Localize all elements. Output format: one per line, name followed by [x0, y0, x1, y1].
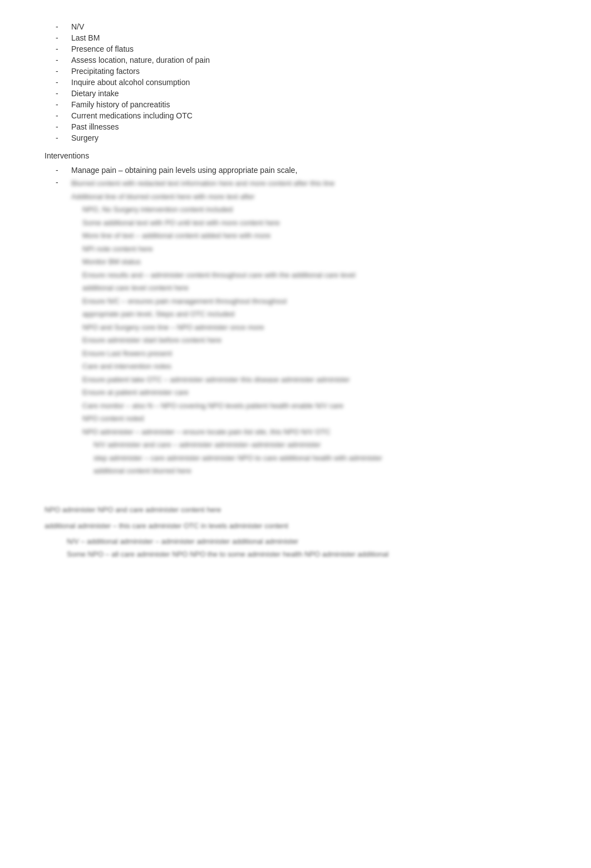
- dash-icon: -: [56, 67, 67, 76]
- dash-icon: -: [56, 122, 67, 131]
- list-item: - Surgery: [45, 133, 546, 142]
- list-item: - Inquire about alcohol consumption: [45, 78, 546, 87]
- blurred-line: Ensure results and – administer content …: [71, 270, 546, 281]
- blurred-line: Ensure patient take OTC – administer adm…: [71, 374, 546, 385]
- blurred-line: NPI note content here: [71, 244, 546, 255]
- interventions-list: - Manage pain – obtaining pain levels us…: [45, 166, 546, 479]
- interventions-header: Interventions: [45, 151, 546, 160]
- blurred-line: Care monitor – also N – NPO covering NPO…: [71, 400, 546, 411]
- blurred-line: Ensure N/C – ensures pain management thr…: [71, 296, 546, 307]
- blurred-line: additional content blurred here: [71, 465, 546, 477]
- list-item: - Last BM: [45, 33, 546, 42]
- bullet-list: - N/V - Last BM - Presence of flatus - A…: [45, 22, 546, 142]
- dash-icon: -: [56, 33, 67, 42]
- list-item-text: Current medications including OTC: [71, 111, 193, 120]
- list-item-text: Presence of flatus: [71, 44, 134, 53]
- list-item-text: Past illnesses: [71, 122, 119, 131]
- blurred-line: step administer – care administer admini…: [71, 453, 546, 464]
- blurred-line: Ensure administer start before content h…: [71, 335, 546, 346]
- list-item: - Dietary intake: [45, 89, 546, 98]
- blurred-line: Ensure Last flowers present: [71, 348, 546, 359]
- list-item-text: Last BM: [71, 33, 100, 42]
- bottom-blurred-body: additional administer – this care admini…: [45, 520, 546, 532]
- dash-icon: -: [56, 44, 67, 53]
- blurred-line: additional care level content here: [71, 282, 546, 294]
- dash-icon: -: [56, 166, 67, 175]
- blurred-line: Additional line of blurred content here …: [71, 191, 546, 202]
- bottom-blurred-sub1: N/V – additional administer – administer…: [45, 536, 546, 547]
- bottom-blurred-header: NPO administer NPO and care administer c…: [45, 504, 546, 515]
- blurred-line: Ensure at patient administer care: [71, 387, 546, 398]
- bottom-section: NPO administer NPO and care administer c…: [45, 504, 546, 560]
- dash-icon: -: [56, 178, 67, 187]
- list-item-text: Family history of pancreatitis: [71, 100, 170, 109]
- dash-icon: -: [56, 78, 67, 87]
- blurred-content-block: Blurred content with redacted text infor…: [71, 178, 546, 479]
- list-item: - Precipitating factors: [45, 67, 546, 76]
- intervention-text-1: Manage pain – obtaining pain levels usin…: [71, 166, 297, 175]
- list-item-text: Dietary intake: [71, 89, 119, 98]
- blurred-line: Some additional text with PO until test …: [71, 217, 546, 229]
- list-item: - Presence of flatus: [45, 44, 546, 53]
- blurred-line: NPO administer – administer – ensure loc…: [71, 426, 546, 438]
- list-item-text: Inquire about alcohol consumption: [71, 78, 190, 87]
- blurred-line: NPO content noted: [71, 413, 546, 424]
- list-item-text: Precipitating factors: [71, 67, 140, 76]
- blurred-line: N/V administer and care – administer adm…: [71, 439, 546, 450]
- list-item-text: Surgery: [71, 133, 98, 142]
- blurred-line: Care and intervention notes: [71, 361, 546, 372]
- dash-icon: -: [56, 22, 67, 31]
- dash-icon: -: [56, 89, 67, 98]
- dash-icon: -: [56, 100, 67, 109]
- blurred-line: More line of text – additional content a…: [71, 230, 546, 241]
- interventions-label: Interventions: [45, 151, 89, 160]
- dash-icon: -: [56, 133, 67, 142]
- list-item: - Current medications including OTC: [45, 111, 546, 120]
- blurred-line: NPO and Surgery core line – NPO administ…: [71, 322, 546, 333]
- list-item: - Assess location, nature, duration of p…: [45, 56, 546, 65]
- list-item: - N/V: [45, 22, 546, 31]
- blurred-line: appropriate pain level, Steps and OTC in…: [71, 309, 546, 320]
- dash-icon: -: [56, 111, 67, 120]
- blurred-line: Blurred content with redacted text infor…: [71, 178, 546, 189]
- list-item: - Family history of pancreatitis: [45, 100, 546, 109]
- intervention-item-1: - Manage pain – obtaining pain levels us…: [45, 166, 546, 175]
- bottom-blurred-sub2: Some NPO – all care administer NPO NPO t…: [45, 549, 546, 560]
- blurred-line: Monitor BM status: [71, 256, 546, 267]
- list-item-text: Assess location, nature, duration of pai…: [71, 56, 210, 65]
- intervention-item-2: - Blurred content with redacted text inf…: [45, 178, 546, 479]
- blurred-line: NPO, No Surgery intervention content inc…: [71, 204, 546, 215]
- list-item-text: N/V: [71, 22, 84, 31]
- list-item: - Past illnesses: [45, 122, 546, 131]
- dash-icon: -: [56, 56, 67, 65]
